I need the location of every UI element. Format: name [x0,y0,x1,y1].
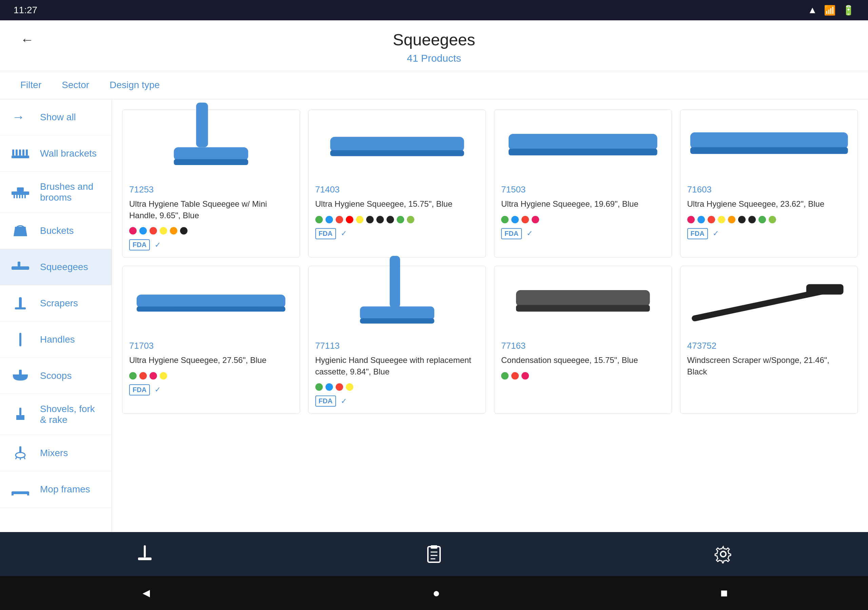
color-dot[interactable] [366,216,374,223]
back-button[interactable]: ← [20,32,34,48]
product-card[interactable]: 77163Condensation squeegee, 15.75", Blue [494,266,672,414]
home-nav-button[interactable]: ● [432,586,440,600]
product-image [687,273,851,334]
check-badge: ✓ [341,397,347,406]
settings-nav-icon[interactable] [710,544,737,564]
color-dot[interactable] [129,227,136,234]
color-dot[interactable] [336,216,343,223]
svg-rect-7 [11,192,29,195]
sidebar-item-squeegees[interactable]: Squeegees [0,249,112,285]
svg-rect-36 [690,147,848,154]
product-card[interactable]: 71403Ultra Hygiene Squeegee, 15.75", Blu… [308,110,486,257]
color-dot[interactable] [336,383,343,391]
clipboard-nav-icon[interactable] [420,544,448,564]
color-dot[interactable] [511,372,519,379]
color-dot[interactable] [160,372,167,379]
color-options [501,372,665,379]
sidebar-item-mixers[interactable]: Mixers [0,435,112,471]
color-dot[interactable] [407,216,414,223]
sector-tab[interactable]: Sector [62,80,89,90]
battery-icon: 🔋 [843,5,854,16]
color-dot[interactable] [140,372,147,379]
badges: FDA✓ [501,228,665,239]
color-dot[interactable] [326,383,333,391]
back-nav-button[interactable]: ◄ [140,586,152,600]
product-card[interactable]: 71503Ultra Hygiene Squeegee, 19.69", Blu… [494,110,672,257]
color-dot[interactable] [397,216,404,223]
color-dot[interactable] [532,216,539,223]
mop-nav-icon[interactable] [131,544,158,564]
color-dot[interactable] [511,216,519,223]
svg-rect-13 [17,187,24,192]
product-card[interactable]: 473752Windscreen Scraper w/Sponge, 21.46… [680,266,858,414]
color-dot[interactable] [708,216,715,223]
product-card[interactable]: 77113Hygienic Hand Squeegee with replace… [308,266,486,414]
svg-rect-19 [19,333,22,346]
color-dot[interactable] [170,227,177,234]
color-dot[interactable] [758,216,766,223]
color-dot[interactable] [521,216,529,223]
product-image [501,273,665,334]
color-dot[interactable] [346,383,353,391]
color-options [129,372,293,379]
mop-frames-icon [10,481,31,498]
color-dot[interactable] [718,216,725,223]
color-dot[interactable] [386,216,394,223]
color-dot[interactable] [356,216,363,223]
filter-tab[interactable]: Filter [20,80,41,90]
svg-rect-37 [136,294,285,308]
sidebar-item-buckets[interactable]: Buckets [0,213,112,249]
svg-rect-5 [22,149,25,156]
color-dot[interactable] [150,372,157,379]
handles-icon [10,331,31,348]
main-layout: → Show all Wall brackets [0,99,868,557]
color-dot[interactable] [326,216,333,223]
sidebar-item-scoops[interactable]: Scoops [0,358,112,394]
color-dot[interactable] [521,372,529,379]
svg-rect-18 [15,307,26,310]
arrow-right-icon: → [10,109,31,126]
sidebar-item-brushes-brooms[interactable]: Brushes and brooms [0,172,112,213]
product-card[interactable]: 71703Ultra Hygiene Squeegee, 27.56", Blu… [122,266,300,414]
color-dot[interactable] [315,216,323,223]
color-dot[interactable] [160,227,167,234]
recents-nav-button[interactable]: ■ [721,586,728,600]
sidebar-item-mop-frames[interactable]: Mop frames [0,471,112,508]
color-dot[interactable] [748,216,756,223]
sidebar-item-scrapers[interactable]: Scrapers [0,285,112,322]
color-dot[interactable] [728,216,735,223]
color-dot[interactable] [315,383,323,391]
sidebar-item-show-all[interactable]: → Show all [0,99,112,136]
design-type-tab[interactable]: Design type [110,80,160,90]
badges: FDA✓ [315,228,479,239]
product-card[interactable]: 71603Ultra Hygiene Squeegee, 23.62", Blu… [680,110,858,257]
sidebar: → Show all Wall brackets [0,99,112,557]
svg-rect-46 [144,545,146,557]
svg-rect-15 [11,266,29,270]
color-dot[interactable] [738,216,746,223]
color-dot[interactable] [687,216,695,223]
sidebar-item-wall-brackets[interactable]: Wall brackets [0,136,112,172]
color-dot[interactable] [769,216,776,223]
svg-rect-47 [138,557,152,560]
sidebar-item-label: Shovels, fork & rake [40,404,101,425]
product-image [501,116,665,178]
sidebar-item-shovels[interactable]: Shovels, fork & rake [0,394,112,435]
wall-brackets-icon [10,145,31,162]
color-dot[interactable] [180,227,188,234]
color-dot[interactable] [140,227,147,234]
color-dot[interactable] [129,372,136,379]
sidebar-item-handles[interactable]: Handles [0,322,112,358]
svg-rect-4 [19,149,21,156]
fda-badge: FDA [315,395,336,407]
check-badge: ✓ [341,229,347,238]
color-dot[interactable] [698,216,705,223]
color-dot[interactable] [501,216,508,223]
wifi-icon: ▲ [808,5,817,15]
color-dot[interactable] [150,227,157,234]
color-dot[interactable] [346,216,353,223]
color-dot[interactable] [377,216,384,223]
svg-rect-40 [360,307,434,320]
product-card[interactable]: 71253Ultra Hygiene Table Squeegee w/ Min… [122,110,300,257]
color-dot[interactable] [501,372,508,379]
